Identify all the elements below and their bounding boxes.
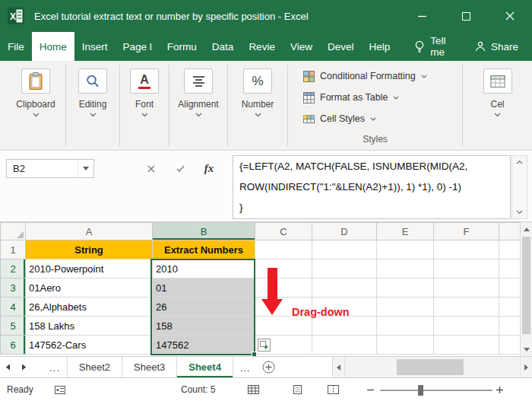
number-group-button[interactable]: % Number: [228, 61, 287, 150]
conditional-formatting-button[interactable]: Conditional Formatting: [303, 65, 462, 87]
cell-styles-button[interactable]: Cell Styles: [303, 108, 462, 129]
font-group-button[interactable]: A Font: [120, 61, 169, 150]
cell-b3[interactable]: 01: [153, 278, 255, 298]
zoom-out-button[interactable]: [367, 378, 374, 401]
tab-help[interactable]: Help: [361, 32, 397, 61]
column-header-a[interactable]: A: [26, 223, 153, 240]
cell-a5[interactable]: 158 Lakhs: [26, 317, 153, 336]
scroll-up-button[interactable]: [521, 223, 532, 235]
tab-view[interactable]: View: [283, 32, 320, 61]
alignment-group-button[interactable]: Alignment: [169, 61, 227, 150]
maximize-button[interactable]: [444, 0, 488, 32]
cell-d3[interactable]: [312, 278, 377, 298]
cell-e2[interactable]: [377, 259, 434, 278]
row-header-3[interactable]: 3: [1, 278, 26, 298]
cell-f1[interactable]: [434, 240, 499, 259]
cells-group-button[interactable]: Cel: [463, 61, 532, 150]
formula-bar-scroll[interactable]: [511, 155, 527, 219]
cell-d6[interactable]: [312, 336, 377, 355]
cell-a6[interactable]: 147562-Cars: [26, 336, 153, 355]
autofill-options-button[interactable]: [258, 339, 271, 352]
cell-a3[interactable]: 01Aero: [26, 278, 153, 298]
cell-c3[interactable]: [255, 278, 312, 298]
cell-e1[interactable]: [377, 240, 434, 259]
horizontal-scrollbar-thumb[interactable]: [397, 359, 464, 375]
vertical-scrollbar[interactable]: [520, 222, 532, 356]
cell-b1[interactable]: Extract Numbers: [153, 240, 255, 259]
cell-f2[interactable]: [434, 259, 499, 278]
tab-formulas[interactable]: Formu: [160, 32, 204, 61]
cell-e6[interactable]: [377, 336, 434, 355]
cell-b4[interactable]: 26: [153, 298, 255, 317]
editing-group-button[interactable]: Editing: [66, 61, 119, 150]
insert-function-button[interactable]: fx: [199, 159, 219, 178]
column-header-e[interactable]: E: [377, 223, 434, 240]
cancel-formula-button[interactable]: [141, 159, 161, 178]
cell-b6[interactable]: 147562: [153, 336, 255, 355]
cell-d2[interactable]: [312, 259, 377, 278]
sheet-ellipsis-right[interactable]: ...: [233, 357, 258, 377]
scroll-right-button[interactable]: [520, 357, 532, 377]
share-button[interactable]: Share: [461, 32, 532, 61]
tab-data[interactable]: Data: [204, 32, 242, 61]
name-box-dropdown-icon[interactable]: [78, 160, 93, 177]
sheet-ellipsis-left[interactable]: ...: [43, 357, 67, 377]
row-header-6[interactable]: 6: [1, 336, 26, 355]
cell-d1[interactable]: [312, 240, 377, 259]
zoom-slider-thumb[interactable]: [418, 385, 423, 396]
page-layout-view-button[interactable]: [292, 378, 303, 401]
sheet-nav-left-button[interactable]: [0, 357, 16, 377]
cell-b2-active[interactable]: 2010: [153, 259, 255, 278]
sheet-tab-sheet4[interactable]: Sheet4: [177, 357, 233, 377]
macro-record-icon[interactable]: [55, 378, 65, 401]
vertical-scrollbar-thumb[interactable]: [522, 237, 530, 334]
name-box[interactable]: B2: [6, 159, 94, 178]
row-header-4[interactable]: 4: [1, 298, 26, 317]
sheet-tab-sheet3[interactable]: Sheet3: [122, 357, 177, 377]
cell-c5[interactable]: [255, 317, 312, 336]
tab-review[interactable]: Revie: [241, 32, 283, 61]
row-header-5[interactable]: 5: [1, 317, 26, 336]
tab-file[interactable]: File: [0, 32, 32, 61]
column-header-d[interactable]: D: [312, 223, 377, 240]
column-header-b[interactable]: B: [153, 223, 255, 240]
cell-e5[interactable]: [377, 317, 434, 336]
close-button[interactable]: [488, 0, 532, 32]
zoom-in-button[interactable]: [496, 378, 503, 401]
column-header-f[interactable]: F: [434, 223, 499, 240]
normal-view-button[interactable]: [248, 378, 259, 401]
sheet-nav-right-button[interactable]: [16, 357, 32, 377]
cell-f5[interactable]: [434, 317, 499, 336]
cell-a4[interactable]: 26,Alphabets: [26, 298, 153, 317]
cell-a2[interactable]: 2010-Powerpoint: [26, 259, 153, 278]
tab-insert[interactable]: Insert: [74, 32, 116, 61]
horizontal-scrollbar[interactable]: [332, 357, 532, 377]
scroll-left-button[interactable]: [333, 357, 345, 377]
cell-f3[interactable]: [434, 278, 499, 298]
tell-me-box[interactable]: Tell me: [407, 32, 461, 61]
row-header-1[interactable]: 1: [1, 240, 26, 259]
cell-b5[interactable]: 158: [153, 317, 255, 336]
enter-formula-button[interactable]: [170, 159, 190, 178]
cell-c1[interactable]: [255, 240, 312, 259]
cell-c2[interactable]: [255, 259, 312, 278]
cell-a1[interactable]: String: [26, 240, 153, 259]
select-all-button[interactable]: [1, 223, 26, 240]
new-sheet-button[interactable]: [258, 357, 280, 377]
tab-page-layout[interactable]: Page l: [116, 32, 160, 61]
cell-d5[interactable]: [312, 317, 377, 336]
formula-input[interactable]: {=LEFT(A2, MATCH(FALSE, ISNUMBER(MID(A2,…: [233, 155, 511, 219]
page-break-view-button[interactable]: [328, 378, 339, 401]
cell-f6[interactable]: [434, 336, 499, 355]
tab-home[interactable]: Home: [32, 32, 74, 61]
column-header-c[interactable]: C: [255, 223, 312, 240]
minimize-button[interactable]: [400, 0, 444, 32]
row-header-2[interactable]: 2: [1, 259, 26, 278]
scroll-down-button[interactable]: [521, 343, 532, 355]
clipboard-group-button[interactable]: Clipboard: [6, 61, 65, 150]
cell-e3[interactable]: [377, 278, 434, 298]
zoom-slider[interactable]: [380, 390, 492, 391]
cell-e4[interactable]: [377, 298, 434, 317]
sheet-tab-sheet2[interactable]: Sheet2: [67, 357, 122, 377]
tab-developer[interactable]: Devel: [320, 32, 362, 61]
